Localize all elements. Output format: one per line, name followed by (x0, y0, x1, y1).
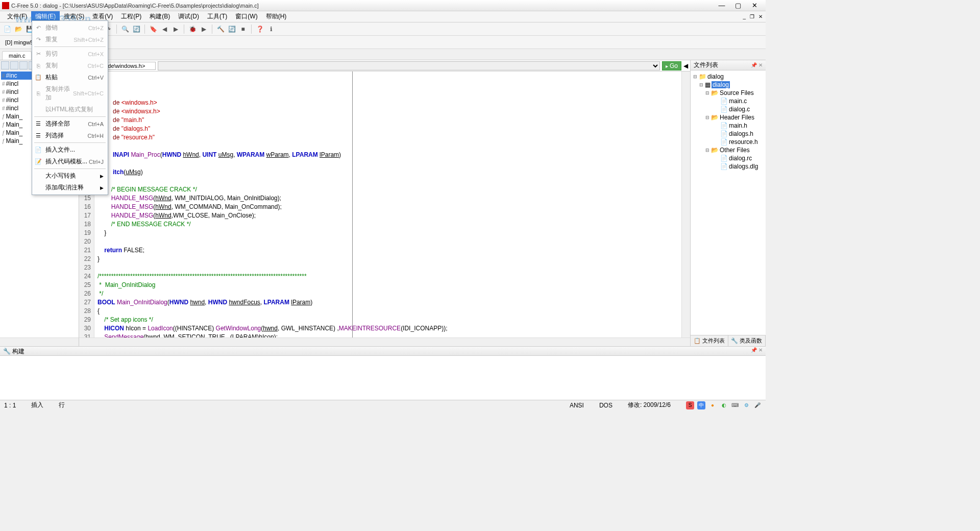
prev-bm-icon[interactable]: ◀ (159, 24, 169, 34)
build-title: 构建 (12, 348, 24, 355)
next-bm-icon[interactable]: ▶ (170, 24, 181, 34)
status-mode: 插入 (31, 401, 43, 409)
menu-item-插入代码模板...[interactable]: 📝插入代码模板...Ctrl+J (32, 156, 108, 167)
build-icon[interactable]: 🔨 (215, 24, 226, 34)
menu-separator (34, 46, 106, 47)
info-icon[interactable]: ℹ (266, 24, 276, 34)
minimize-button[interactable]: — (717, 2, 727, 9)
maximize-button[interactable]: ▢ (733, 2, 743, 9)
menu-separator (34, 142, 106, 143)
mdi-restore[interactable]: ❐ (749, 14, 755, 19)
status-position: 1 : 1 (4, 402, 16, 409)
rebuild-icon[interactable]: 🔄 (227, 24, 237, 34)
menu-item-插入文件...[interactable]: 📄插入文件... (32, 144, 108, 156)
code-text[interactable]: de <windows.h> de <windowsx.h> de "main.… (94, 71, 681, 337)
build-output[interactable] (0, 356, 766, 399)
group-icon[interactable] (19, 61, 28, 69)
app-icon (2, 2, 9, 9)
menu-help[interactable]: 帮助(H) (262, 11, 291, 22)
bookmark-icon[interactable]: 🔖 (148, 24, 158, 34)
window-controls: — ▢ ✕ (717, 2, 766, 9)
file-tree[interactable]: ⊟📁 dialog⊟▦ dialog⊟📂 Source Files📄 main.… (691, 70, 766, 335)
menu-window[interactable]: 窗口(W) (231, 11, 261, 22)
compiler-selector[interactable]: [D] mingw5 (2, 39, 36, 45)
file-list-title: 文件列表 (694, 61, 718, 69)
tree-item[interactable]: 📄 dialog.rc (693, 154, 764, 162)
tab-main-c[interactable]: main.c (2, 51, 32, 60)
menu-item-剪切: ✂剪切Ctrl+X (32, 48, 108, 60)
right-tabs: 📋 文件列表 🔧 类及函数 (691, 335, 766, 346)
tree-item[interactable]: ⊟📂 Header Files (693, 113, 764, 122)
debug-icon[interactable]: 🐞 (187, 24, 198, 34)
tree-item[interactable]: ⊟📁 dialog (693, 73, 764, 81)
navigation-bar: ▸ Go ◀ (79, 60, 690, 71)
menu-item-大小写转换[interactable]: 大小写转换▶ (32, 170, 108, 182)
mdi-close[interactable]: ✕ (757, 14, 764, 19)
help-icon[interactable]: ❓ (255, 24, 265, 34)
menu-debug[interactable]: 调试(D) (174, 11, 203, 22)
tray-icon-6[interactable]: ⚙ (742, 401, 750, 409)
toolbar-main: 📄 📂 💾 💾 ✂ ⎘ 📋 ↶ ↷ 🔍 🔄 🔖 ◀ ▶ 🐞 ▶ 🔨 🔄 ■ ❓ … (0, 22, 766, 36)
close-button[interactable]: ✕ (749, 2, 760, 9)
run-icon[interactable]: ▶ (199, 24, 209, 34)
tray-keyboard-icon[interactable]: ⌨ (731, 401, 739, 409)
toolbar-compiler: [D] mingw5 ⚙ 🔗 🔴 ⤵ (0, 36, 766, 49)
menu-item-撤销: ↶撤销Ctrl+Z (32, 22, 108, 34)
menu-tools[interactable]: 工具(T) (203, 11, 231, 22)
stop-icon[interactable]: ■ (238, 24, 248, 34)
outline-hscroll[interactable] (0, 337, 79, 346)
pin-icon[interactable]: 📌 ✕ (751, 62, 763, 68)
tree-item[interactable]: ⊟▦ dialog (693, 81, 764, 89)
edit-dropdown[interactable]: ↶撤销Ctrl+Z↷重复Shift+Ctrl+Z✂剪切Ctrl+X⎘复制Ctrl… (32, 20, 108, 195)
build-pin-icon[interactable]: 📌 ✕ (751, 347, 763, 355)
tray-ime-icon[interactable]: 中 (697, 401, 705, 409)
tab-class-func[interactable]: 🔧 类及函数 (728, 335, 766, 346)
status-modified: 修改: 2009/12/6 (628, 401, 671, 409)
go-button[interactable]: ▸ Go (662, 61, 681, 70)
tree-item[interactable]: 📄 dialogs.h (693, 130, 764, 138)
tree-item[interactable]: ⊟📂 Source Files (693, 89, 764, 97)
editor-hscroll[interactable] (79, 337, 690, 346)
menu-build[interactable]: 构建(B) (145, 11, 174, 22)
tree-item[interactable]: 📄 main.h (693, 122, 764, 130)
menu-item-添加/取消注释[interactable]: 添加/取消注释▶ (32, 182, 108, 194)
menu-item-粘贴[interactable]: 📋粘贴Ctrl+V (32, 71, 108, 83)
status-encoding: ANSI (570, 402, 584, 409)
new-icon[interactable]: 📄 (2, 24, 12, 34)
file-list-header: 文件列表 📌 ✕ (691, 60, 766, 70)
replace-icon[interactable]: 🔄 (131, 24, 141, 34)
title-bar: C-Free 5.0 : dialog - [C:\Users\ASUS\App… (0, 0, 766, 11)
tray-mic-icon[interactable]: 🎤 (753, 401, 762, 409)
sort-icon[interactable] (1, 61, 9, 69)
tree-item[interactable]: 📄 dialogs.dlg (693, 162, 764, 171)
menu-project[interactable]: 工程(P) (117, 11, 145, 22)
cursor-column-line (352, 71, 353, 337)
menu-separator (34, 168, 106, 169)
tree-item[interactable]: 📄 resource.h (693, 138, 764, 146)
mdi-minimize[interactable]: _ (742, 14, 747, 19)
menu-item-选择全部[interactable]: ☰选择全部Ctrl+A (32, 118, 108, 130)
tab-file-list[interactable]: 📋 文件列表 (691, 335, 728, 346)
tray-icon-4[interactable]: ◐ (720, 401, 728, 409)
menu-file[interactable]: 文件(F) (3, 11, 31, 22)
status-bar: 1 : 1 插入 行 ANSI DOS 修改: 2009/12/6 S 中 ● … (0, 400, 766, 410)
symbol-select[interactable] (158, 61, 660, 70)
nav-back-icon[interactable]: ◀ (683, 62, 688, 69)
file-tabs: main.c (0, 49, 766, 60)
mdi-controls: _ ❐ ✕ (742, 14, 764, 19)
tree-item[interactable]: ⊟📂 Other Files (693, 146, 764, 154)
filter-icon[interactable] (10, 61, 18, 69)
open-icon[interactable]: 📂 (13, 24, 23, 34)
code-area[interactable]: 1234567891011121314151617181920212223242… (79, 71, 690, 337)
tray-icon-1[interactable]: S (686, 401, 694, 409)
tree-item[interactable]: 📄 dialog.c (693, 105, 764, 113)
menu-item-以HTML格式复制: 以HTML格式复制 (32, 104, 108, 115)
menu-item-复制: ⎘复制Ctrl+C (32, 60, 108, 71)
tray-icon-3[interactable]: ● (708, 401, 717, 409)
menu-item-列选择[interactable]: ☰列选择Ctrl+H (32, 130, 108, 141)
tree-item[interactable]: 📄 main.c (693, 97, 764, 105)
status-line: 行 (59, 401, 65, 409)
file-list-panel: 文件列表 📌 ✕ ⊟📁 dialog⊟▦ dialog⊟📂 Source Fil… (690, 60, 766, 346)
find-icon[interactable]: 🔍 (120, 24, 130, 34)
editor-vscroll[interactable] (681, 71, 690, 337)
